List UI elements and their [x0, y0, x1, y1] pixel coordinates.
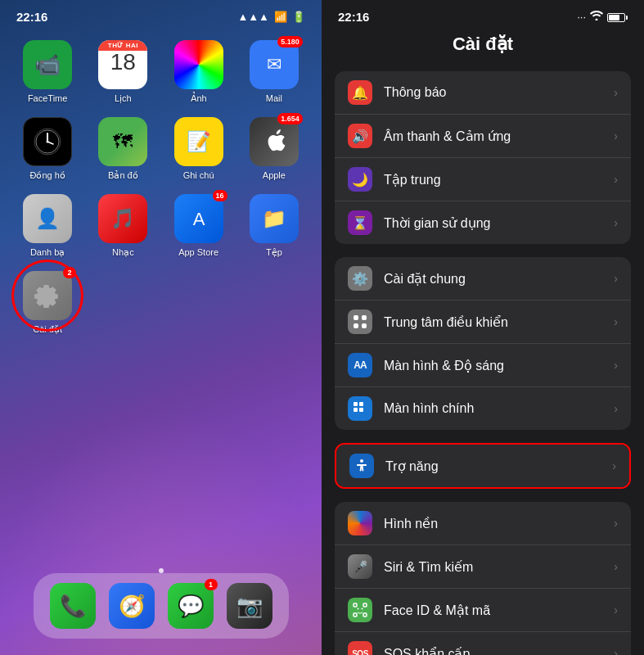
app-calendar[interactable]: THỨ HAI 18 Lịch	[92, 40, 154, 104]
appstore-badge: 16	[213, 190, 227, 201]
svg-rect-7	[362, 315, 367, 320]
signal-icon: ▲▲▲	[237, 11, 269, 23]
wallpaper-icon	[348, 511, 372, 535]
svg-rect-13	[359, 408, 363, 412]
accessibility-label: Trợ năng	[385, 458, 612, 474]
app-mail[interactable]: ✉ 5.180 Mail	[243, 40, 305, 104]
app-appstore[interactable]: A 16 App Store	[168, 194, 230, 258]
clock-label: Đồng hồ	[29, 170, 65, 181]
svg-rect-16	[363, 603, 367, 607]
battery-icon: 🔋	[292, 11, 305, 23]
settings-item-screentime[interactable]: ⌛ Thời gian sử dụng ›	[335, 201, 631, 244]
right-wifi-icon	[590, 11, 603, 23]
display-icon: AA	[348, 353, 372, 377]
appstore-icon: A 16	[174, 194, 223, 243]
settings-item-wallpaper[interactable]: Hình nền ›	[335, 502, 631, 545]
faceid-chevron: ›	[614, 603, 618, 617]
settings-item-faceid[interactable]: Face ID & Mật mã ›	[335, 589, 631, 632]
wifi-icon: 📶	[274, 11, 287, 23]
homescreen-label: Màn hình chính	[384, 401, 614, 416]
app-settings[interactable]: 2 Cài đặt	[16, 271, 79, 335]
app-files[interactable]: 📁 Tệp	[243, 194, 305, 258]
app-apple[interactable]: 1.654 Apple	[243, 117, 305, 181]
app-music[interactable]: 🎵 Nhạc	[92, 194, 154, 258]
faceid-label: Face ID & Mật mã	[384, 603, 614, 618]
settings-item-display[interactable]: AA Màn hình & Độ sáng ›	[335, 344, 631, 387]
svg-point-14	[360, 459, 363, 463]
settings-item-controlcenter[interactable]: Trung tâm điều khiển ›	[335, 300, 631, 344]
controlcenter-icon	[348, 309, 372, 334]
svg-rect-6	[354, 315, 358, 320]
music-label: Nhạc	[112, 247, 134, 258]
calendar-label: Lịch	[115, 93, 132, 104]
files-icon: 📁	[250, 194, 299, 243]
right-status-icons: ···	[577, 11, 628, 23]
focus-label: Tập trung	[384, 172, 614, 187]
siri-label: Siri & Tìm kiếm	[384, 559, 614, 575]
settings-item-homescreen[interactable]: Màn hình chính ›	[335, 387, 631, 430]
svg-rect-15	[354, 603, 357, 607]
svg-point-4	[47, 141, 49, 143]
app-photos[interactable]: Ảnh	[168, 40, 230, 104]
notes-label: Ghi chú	[183, 170, 214, 180]
svg-rect-10	[354, 402, 358, 406]
notifications-label: Thông báo	[384, 85, 614, 100]
sound-label: Âm thanh & Cảm ứng	[384, 129, 614, 144]
settings-icon: 2	[23, 271, 72, 320]
right-status-bar: 22:16 ···	[322, 0, 644, 27]
app-grid: 📹 FaceTime THỨ HAI 18 Lịch Ảnh ✉ 5.180 M…	[0, 30, 322, 345]
general-label: Cài đặt chung	[384, 271, 614, 287]
photos-label: Ảnh	[191, 93, 207, 104]
svg-rect-12	[354, 408, 358, 412]
photos-icon	[174, 40, 223, 89]
app-maps[interactable]: 🗺 Bản đồ	[92, 117, 154, 181]
facetime-icon: 📹	[23, 40, 72, 89]
app-dock: 📞 🧭 💬 1 📷	[34, 573, 289, 639]
controlcenter-chevron: ›	[614, 315, 618, 328]
homescreen-chevron: ›	[614, 402, 618, 415]
calendar-icon: THỨ HAI 18	[98, 40, 147, 89]
homescreen-icon	[348, 396, 372, 421]
files-label: Tệp	[266, 247, 282, 258]
messages-badge: 1	[205, 579, 218, 590]
siri-icon: 🎤	[348, 554, 372, 579]
dock-phone[interactable]: 📞	[50, 583, 96, 629]
left-status-icons: ▲▲▲ 📶 🔋	[237, 11, 305, 23]
left-time: 22:16	[16, 10, 47, 24]
wallpaper-chevron: ›	[614, 517, 618, 530]
screentime-label: Thời gian sử dụng	[384, 215, 614, 231]
facetime-label: FaceTime	[28, 93, 68, 103]
app-facetime[interactable]: 📹 FaceTime	[16, 40, 79, 104]
svg-text:A: A	[192, 209, 205, 229]
settings-item-notifications[interactable]: 🔔 Thông báo ›	[335, 71, 631, 115]
dock-messages[interactable]: 💬 1	[168, 583, 214, 629]
svg-rect-18	[363, 613, 367, 617]
settings-item-accessibility[interactable]: Trợ năng ›	[336, 445, 629, 487]
apple-badge: 1.654	[277, 113, 303, 124]
svg-point-20	[362, 608, 363, 610]
contacts-label: Danh bạ	[30, 247, 65, 258]
settings-item-focus[interactable]: 🌙 Tập trung ›	[335, 158, 631, 201]
dock-camera[interactable]: 📷	[227, 583, 272, 629]
app-clock[interactable]: Đồng hồ	[16, 117, 79, 181]
svg-rect-8	[354, 323, 358, 328]
notifications-chevron: ›	[614, 86, 618, 99]
mail-icon: ✉ 5.180	[250, 40, 299, 89]
svg-point-19	[358, 608, 359, 610]
sos-label: SOS khẩn cấp	[384, 646, 614, 656]
apple-label: Apple	[263, 170, 286, 180]
app-contacts[interactable]: 👤 Danh bạ	[16, 194, 79, 258]
settings-item-sound[interactable]: 🔊 Âm thanh & Cảm ứng ›	[335, 115, 631, 158]
settings-item-sos[interactable]: SOS SOS khẩn cấp ›	[335, 632, 631, 655]
settings-item-general[interactable]: ⚙️ Cài đặt chung ›	[335, 257, 631, 300]
maps-label: Bản đồ	[108, 170, 138, 181]
settings-item-siri[interactable]: 🎤 Siri & Tìm kiếm ›	[335, 545, 631, 589]
general-chevron: ›	[614, 272, 618, 285]
mail-badge: 5.180	[277, 36, 303, 47]
wallpaper-label: Hình nền	[384, 516, 614, 531]
right-battery-icon	[607, 11, 628, 23]
settings-list: 🔔 Thông báo › 🔊 Âm thanh & Cảm ứng › 🌙 T…	[322, 65, 644, 655]
app-notes[interactable]: 📝 Ghi chú	[168, 117, 230, 181]
dock-safari[interactable]: 🧭	[109, 583, 155, 629]
settings-group-4: Hình nền › 🎤 Siri & Tìm kiếm ›	[335, 502, 631, 655]
